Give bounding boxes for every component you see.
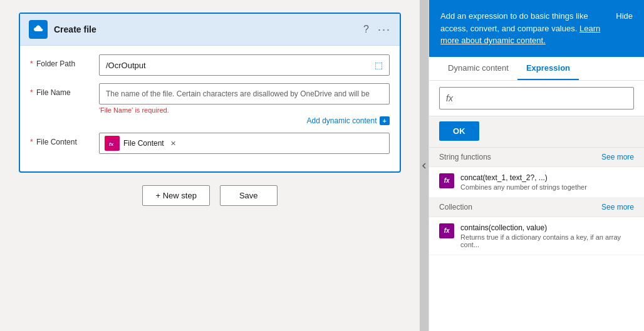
string-functions-title: String functions xyxy=(439,153,491,161)
folder-path-control: /OcrOutput ⬚ xyxy=(99,54,390,76)
panel-collapse-chevron[interactable] xyxy=(420,0,428,331)
file-content-chip[interactable]: fx File Content ✕ xyxy=(99,133,390,154)
ok-row: OK xyxy=(429,116,644,148)
fx-label: fx xyxy=(446,93,453,103)
file-name-label: * File Name xyxy=(30,83,99,97)
file-content-row: * File Content fx File Content ✕ xyxy=(30,133,390,154)
expression-input[interactable]: fx xyxy=(439,87,634,109)
add-dynamic-button[interactable]: + xyxy=(380,116,390,125)
more-options-icon[interactable]: ··· xyxy=(378,23,391,36)
func-name: concat(text_1, text_2?, ...) xyxy=(460,173,587,182)
file-content-label: * File Content xyxy=(30,133,99,146)
functions-list: String functions See more fx concat(text… xyxy=(429,148,644,332)
create-file-card: Create file ? ··· * Folder Path /OcrOutp… xyxy=(19,13,401,173)
cloud-icon xyxy=(29,20,48,39)
list-item[interactable]: fx concat(text_1, text_2?, ...) Combines… xyxy=(429,167,644,198)
file-name-error: 'File Name' is required. xyxy=(99,106,390,114)
string-functions-see-more[interactable]: See more xyxy=(601,153,634,161)
folder-icon[interactable]: ⬚ xyxy=(375,60,383,70)
hide-button[interactable]: Hide xyxy=(616,10,633,23)
folder-path-row: * Folder Path /OcrOutput ⬚ xyxy=(30,54,390,76)
collection-see-more[interactable]: See more xyxy=(601,203,634,211)
func-name: contains(collection, value) xyxy=(460,223,634,232)
right-panel-header-text: Add an expression to do basic things lik… xyxy=(440,10,610,47)
card-header-left: Create file xyxy=(29,20,96,39)
collection-title: Collection xyxy=(439,203,472,211)
chip-icon: fx xyxy=(105,136,120,151)
card-header: Create file ? ··· xyxy=(20,14,400,46)
bottom-actions: + New step Save xyxy=(142,185,277,206)
tab-expression[interactable]: Expression xyxy=(517,57,579,80)
help-icon[interactable]: ? xyxy=(363,24,369,35)
file-content-control: fx File Content ✕ xyxy=(99,133,390,154)
right-panel: Add an expression to do basic things lik… xyxy=(428,0,644,331)
svg-text:fx: fx xyxy=(109,141,114,147)
func-icon-concat: fx xyxy=(439,173,454,188)
func-desc: Returns true if a dictionary contains a … xyxy=(460,233,634,248)
folder-path-label: * Folder Path xyxy=(30,54,99,68)
add-dynamic-content[interactable]: Add dynamic content + xyxy=(99,116,390,125)
right-panel-header: Add an expression to do basic things lik… xyxy=(429,0,644,57)
list-item[interactable]: fx contains(collection, value) Returns t… xyxy=(429,217,644,255)
func-icon-contains: fx xyxy=(439,223,454,238)
tabs-row: Dynamic content Expression xyxy=(429,57,644,81)
collection-header: Collection See more xyxy=(429,198,644,217)
save-button[interactable]: Save xyxy=(220,185,278,206)
file-name-row: * File Name The name of the file. Certai… xyxy=(30,83,390,125)
ok-button[interactable]: OK xyxy=(439,121,479,141)
file-name-control: The name of the file. Certain characters… xyxy=(99,83,390,125)
card-title: Create file xyxy=(54,24,96,34)
card-body: * Folder Path /OcrOutput ⬚ * File Name xyxy=(20,46,400,171)
folder-path-input[interactable]: /OcrOutput ⬚ xyxy=(99,54,390,76)
chip-close[interactable]: ✕ xyxy=(170,140,176,148)
func-desc: Combines any number of strings together xyxy=(460,183,587,191)
string-functions-header: String functions See more xyxy=(429,148,644,167)
chip-label: File Content xyxy=(123,139,164,148)
card-header-right: ? ··· xyxy=(363,23,391,36)
tab-dynamic-content[interactable]: Dynamic content xyxy=(439,57,517,80)
expression-input-row: fx xyxy=(429,81,644,116)
file-name-input[interactable]: The name of the file. Certain characters… xyxy=(99,83,390,104)
new-step-button[interactable]: + New step xyxy=(142,185,209,206)
